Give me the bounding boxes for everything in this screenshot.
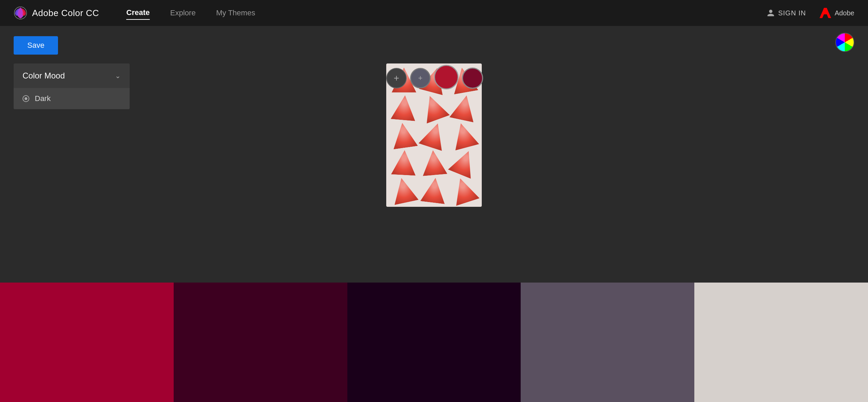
color-picker-dark-gray[interactable]: + bbox=[410, 68, 431, 88]
color-mood-panel: Color Mood ⌄ Dark bbox=[14, 63, 130, 109]
nav-my-themes[interactable]: My Themes bbox=[216, 6, 255, 19]
color-pickers-row: + + bbox=[386, 67, 483, 89]
add-color-picker[interactable]: + bbox=[386, 68, 407, 88]
palette-swatch-2[interactable] bbox=[174, 283, 347, 402]
color-wheel-button[interactable] bbox=[835, 33, 854, 52]
adobe-color-logo-icon bbox=[14, 6, 27, 20]
strawberry-13 bbox=[388, 175, 420, 205]
app-logo-text: Adobe Color CC bbox=[32, 8, 99, 18]
strawberry-12 bbox=[447, 146, 481, 179]
dark-option-label: Dark bbox=[35, 94, 50, 103]
plus-icon-2: + bbox=[418, 74, 423, 83]
adobe-logo-area[interactable]: Adobe bbox=[820, 8, 854, 18]
save-button[interactable]: Save bbox=[14, 36, 58, 55]
palette-swatch-1[interactable] bbox=[0, 283, 174, 402]
nav-right: SIGN IN Adobe bbox=[767, 8, 854, 18]
plus-icon: + bbox=[394, 73, 399, 84]
strawberry-6 bbox=[448, 92, 480, 123]
palette-row bbox=[0, 283, 868, 402]
chevron-down-icon: ⌄ bbox=[115, 72, 121, 80]
sign-in-label: SIGN IN bbox=[778, 9, 806, 17]
adobe-label: Adobe bbox=[835, 9, 854, 17]
color-picker-deep-red[interactable] bbox=[462, 68, 483, 89]
strawberry-11 bbox=[419, 149, 449, 176]
sign-in-area[interactable]: SIGN IN bbox=[767, 9, 806, 17]
color-mood-body: Dark bbox=[14, 88, 130, 109]
image-container: + + bbox=[386, 46, 482, 207]
strawberry-10 bbox=[390, 149, 418, 176]
color-mood-title: Color Mood bbox=[23, 71, 65, 81]
strawberry-4 bbox=[389, 94, 419, 121]
strawberry-14 bbox=[419, 176, 449, 204]
dark-radio-button[interactable] bbox=[23, 95, 29, 102]
palette-swatch-3[interactable] bbox=[347, 283, 521, 402]
nav-explore[interactable]: Explore bbox=[170, 6, 196, 19]
logo-area[interactable]: Adobe Color CC bbox=[14, 6, 99, 20]
palette-swatch-5[interactable] bbox=[694, 283, 868, 402]
strawberry-8 bbox=[417, 119, 451, 151]
main-content: Save Color Mood ⌄ Dark + + bbox=[0, 26, 868, 402]
strawberry-9 bbox=[448, 119, 480, 150]
nav-links: Create Explore My Themes bbox=[126, 6, 255, 20]
strawberry-15 bbox=[447, 174, 481, 206]
user-icon bbox=[767, 9, 775, 17]
color-picker-crimson[interactable] bbox=[434, 65, 459, 89]
adobe-logo-icon bbox=[820, 8, 831, 18]
strawberry-7 bbox=[389, 121, 419, 149]
palette-swatch-4[interactable] bbox=[521, 283, 694, 402]
strawberry-5 bbox=[417, 91, 451, 124]
top-navigation: Adobe Color CC Create Explore My Themes … bbox=[0, 0, 868, 26]
nav-create[interactable]: Create bbox=[126, 6, 149, 20]
radio-inner bbox=[25, 97, 27, 100]
color-mood-header[interactable]: Color Mood ⌄ bbox=[14, 63, 130, 88]
